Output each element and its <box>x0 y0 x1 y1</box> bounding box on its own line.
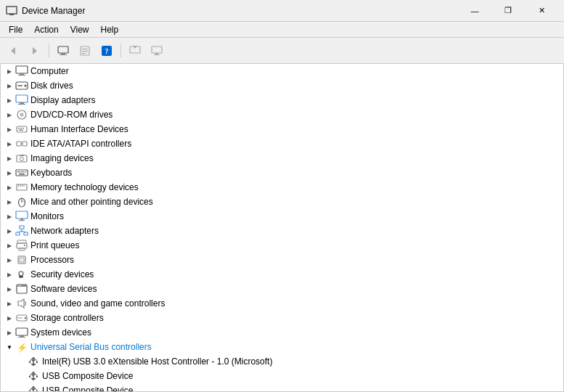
svg-rect-68 <box>24 245 25 246</box>
expander-processors[interactable]: ▶ <box>4 254 15 266</box>
svg-rect-47 <box>19 173 25 175</box>
update-driver-button[interactable] <box>125 41 145 61</box>
svg-point-22 <box>25 85 27 87</box>
expander-software[interactable]: ▶ <box>4 283 15 295</box>
tree-item-sound[interactable]: ▶ Sound, video and game controllers <box>1 296 563 311</box>
usb-label: Universal Serial Bus controllers <box>30 342 152 352</box>
svg-rect-61 <box>24 232 28 235</box>
tree-item-usb[interactable]: ▼ ⚡ Universal Serial Bus controllers <box>1 340 563 354</box>
expander-memory-tech[interactable]: ▶ <box>4 181 15 193</box>
svg-rect-6 <box>60 54 67 55</box>
svg-rect-79 <box>19 276 23 278</box>
expander-usb[interactable]: ▼ <box>4 341 15 353</box>
tree-item-memory-tech[interactable]: ▶ Memory technology devices <box>1 180 563 195</box>
expander-imaging[interactable]: ▶ <box>4 152 15 164</box>
menu-help[interactable]: Help <box>95 23 125 36</box>
expander-hid[interactable]: ▶ <box>4 123 15 135</box>
maximize-button[interactable]: ❐ <box>491 0 525 22</box>
svg-rect-57 <box>20 219 23 220</box>
expander-keyboards[interactable]: ▶ <box>4 167 15 179</box>
svg-rect-70 <box>20 258 24 262</box>
expander-display-adapters[interactable]: ▶ <box>4 94 15 106</box>
system-icon <box>15 327 28 338</box>
tree-item-print[interactable]: ▶ Print queues <box>1 238 563 253</box>
forward-icon <box>30 46 40 56</box>
svg-rect-51 <box>22 184 23 187</box>
tree-item-dvd[interactable]: ▶ DVD/CD-ROM drives <box>1 107 563 122</box>
usb-composite-2-icon <box>27 385 40 392</box>
tree-item-network[interactable]: ▶ Network adapters <box>1 224 563 238</box>
expander-system[interactable]: ▶ <box>4 327 15 338</box>
tree-item-display-adapters[interactable]: ▶ Display adapters <box>1 93 563 107</box>
tree-item-usb-composite-1[interactable]: USB Composite Device <box>1 369 563 383</box>
expander-computer[interactable]: ▶ <box>4 65 15 77</box>
computer-properties-button[interactable] <box>53 41 73 61</box>
tree-item-computer[interactable]: ▶ Computer <box>1 64 563 78</box>
disk-drives-label: Disk drives <box>30 81 73 91</box>
title-bar: Device Manager — ❐ ✕ <box>0 0 564 22</box>
expander-print[interactable]: ▶ <box>4 240 15 251</box>
tree-item-security[interactable]: ▶ Security devices <box>1 267 563 282</box>
svg-rect-23 <box>17 85 23 86</box>
svg-point-39 <box>20 158 24 161</box>
svg-rect-65 <box>17 240 26 243</box>
minimize-button[interactable]: — <box>458 0 491 22</box>
expander-ide[interactable]: ▶ <box>4 138 15 150</box>
processors-label: Processors <box>30 255 74 265</box>
help-icon: ? <box>101 45 113 57</box>
svg-line-96 <box>36 359 37 362</box>
menu-action[interactable]: Action <box>28 23 64 36</box>
tree-item-usb-host[interactable]: Intel(R) USB 3.0 eXtensible Host Control… <box>1 354 563 369</box>
svg-line-103 <box>36 374 37 376</box>
tree-item-keyboards[interactable]: ▶ Keyboards <box>1 166 563 180</box>
monitors-icon <box>15 211 28 222</box>
expander-security[interactable]: ▶ <box>4 269 15 280</box>
menu-file[interactable]: File <box>3 23 28 36</box>
menu-view[interactable]: View <box>65 23 95 36</box>
tree-item-imaging[interactable]: ▶ Imaging devices <box>1 151 563 166</box>
sound-label: Sound, video and game controllers <box>30 298 165 309</box>
svg-rect-25 <box>20 102 24 104</box>
help-button[interactable]: ? <box>97 41 117 61</box>
memory-tech-label: Memory technology devices <box>30 182 139 192</box>
app-icon <box>6 5 17 17</box>
svg-rect-5 <box>61 53 65 54</box>
svg-rect-60 <box>16 232 20 235</box>
expander-sound[interactable]: ▶ <box>4 298 15 309</box>
back-icon <box>8 46 18 56</box>
back-button[interactable] <box>3 41 23 61</box>
svg-marker-100 <box>30 378 36 380</box>
tree-item-processors[interactable]: ▶ Processors <box>1 253 563 267</box>
software-label: Software devices <box>30 284 97 294</box>
svg-rect-67 <box>19 248 25 250</box>
tree-item-mice[interactable]: ▶ Mice and other pointing devices <box>1 195 563 209</box>
expander-dvd[interactable]: ▶ <box>4 109 15 121</box>
tree-item-usb-composite-2[interactable]: USB Composite Device <box>1 383 563 392</box>
display-adapters-label: Display adapters <box>30 95 95 105</box>
tree-item-software[interactable]: ▶ Software devices <box>1 282 563 296</box>
device-tree[interactable]: ▶ Computer ▶ Disk drives ▶ Display adapt… <box>0 64 564 392</box>
tree-item-ide[interactable]: ▶ IDE ATA/ATAPI controllers <box>1 136 563 151</box>
svg-marker-2 <box>11 47 15 54</box>
forward-button[interactable] <box>25 41 45 61</box>
svg-marker-93 <box>30 364 36 366</box>
usb-host-icon <box>27 356 40 367</box>
tree-item-system[interactable]: ▶ System devices <box>1 325 563 340</box>
svg-rect-105 <box>36 376 38 377</box>
computer-icon <box>15 65 28 77</box>
svg-rect-31 <box>18 128 20 129</box>
tree-item-storage[interactable]: ▶ Storage controllers <box>1 311 563 325</box>
tree-item-hid[interactable]: ▶ Human Interface Devices <box>1 122 563 136</box>
expander-monitors[interactable]: ▶ <box>4 211 15 222</box>
expander-storage[interactable]: ▶ <box>4 312 15 324</box>
expander-mice[interactable]: ▶ <box>4 196 15 208</box>
expander-network[interactable]: ▶ <box>4 225 15 237</box>
tree-item-monitors[interactable]: ▶ Monitors <box>1 209 563 224</box>
expander-disk-drives[interactable]: ▶ <box>4 80 15 91</box>
tree-item-disk-drives[interactable]: ▶ Disk drives <box>1 78 563 93</box>
dvd-icon <box>15 109 28 121</box>
properties-button[interactable] <box>75 41 95 61</box>
monitor-button[interactable] <box>147 41 167 61</box>
close-button[interactable]: ✕ <box>525 0 558 22</box>
storage-icon <box>15 312 28 324</box>
